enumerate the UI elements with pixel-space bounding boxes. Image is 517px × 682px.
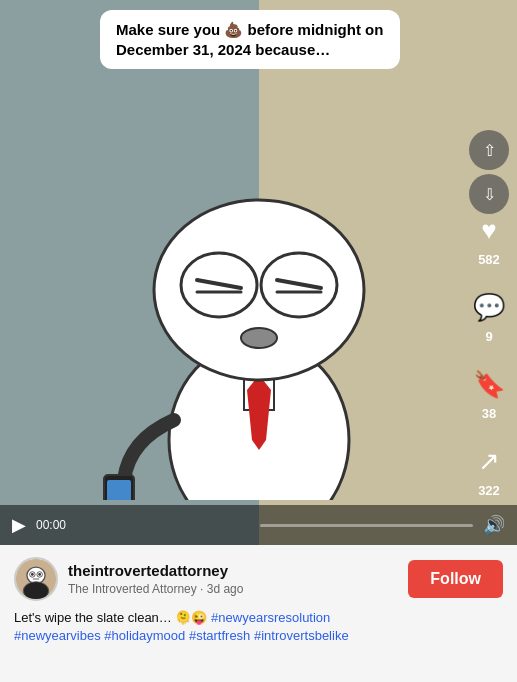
heart-icon: ♥: [469, 210, 509, 250]
bookmark-icon: 🔖: [469, 364, 509, 404]
volume-button[interactable]: 🔊: [483, 514, 505, 536]
arrow-up-button[interactable]: ⇧: [469, 130, 509, 170]
bookmark-count: 38: [482, 406, 496, 421]
comment-count: 9: [485, 329, 492, 344]
share-button[interactable]: ↗ 322: [469, 441, 509, 498]
share-count: 322: [478, 483, 500, 498]
follow-button[interactable]: Follow: [408, 560, 503, 598]
character-illustration: [89, 80, 429, 500]
time-display: 00:00: [36, 518, 250, 532]
comment-icon: 💬: [469, 287, 509, 327]
comment-button[interactable]: 💬 9: [469, 287, 509, 344]
share-icon: ↗: [469, 441, 509, 481]
progress-bar[interactable]: [260, 524, 474, 527]
watermark-text: @theintrovertedattorney: [199, 483, 317, 495]
play-button[interactable]: ▶: [12, 514, 26, 536]
video-player[interactable]: Make sure you 💩 before midnight on Decem…: [0, 0, 517, 545]
avatar-image: [16, 559, 56, 599]
hashtag-introvertsbelike[interactable]: #introvertsbelike: [254, 628, 349, 643]
svg-point-10: [241, 328, 277, 348]
svg-point-20: [38, 573, 41, 576]
svg-point-16: [23, 582, 48, 600]
hashtag-newyearsresolution[interactable]: #newyearsresolution: [211, 610, 330, 625]
video-controls-bar[interactable]: ▶ 00:00 🔊: [0, 505, 517, 545]
arrow-down-button[interactable]: ⇩: [469, 174, 509, 214]
avatar[interactable]: [14, 557, 58, 601]
hashtag-holidaymood[interactable]: #holidaymood: [104, 628, 185, 643]
svg-point-19: [31, 573, 34, 576]
post-info-panel: theintrovertedattorney The Introverted A…: [0, 545, 517, 682]
hashtag-newyearvibes[interactable]: #newyearvibes: [14, 628, 101, 643]
user-row: theintrovertedattorney The Introverted A…: [14, 557, 503, 601]
user-display-name: The Introverted Attorney · 3d ago: [68, 582, 243, 596]
user-info: theintrovertedattorney The Introverted A…: [68, 562, 398, 597]
like-count: 582: [478, 252, 500, 267]
hashtag-startfresh[interactable]: #startfresh: [189, 628, 250, 643]
caption-bubble: Make sure you 💩 before midnight on Decem…: [100, 10, 400, 69]
caption-text: Make sure you 💩 before midnight on Decem…: [116, 21, 383, 58]
username[interactable]: theintrovertedattorney: [68, 562, 398, 579]
like-button[interactable]: ♥ 582: [469, 210, 509, 267]
bookmark-button[interactable]: 🔖 38: [469, 364, 509, 421]
nav-arrows[interactable]: ⇧ ⇩: [469, 130, 509, 214]
svg-rect-12: [107, 480, 131, 500]
post-caption: Let's wipe the slate clean… 🫠😜 #newyears…: [14, 609, 503, 645]
